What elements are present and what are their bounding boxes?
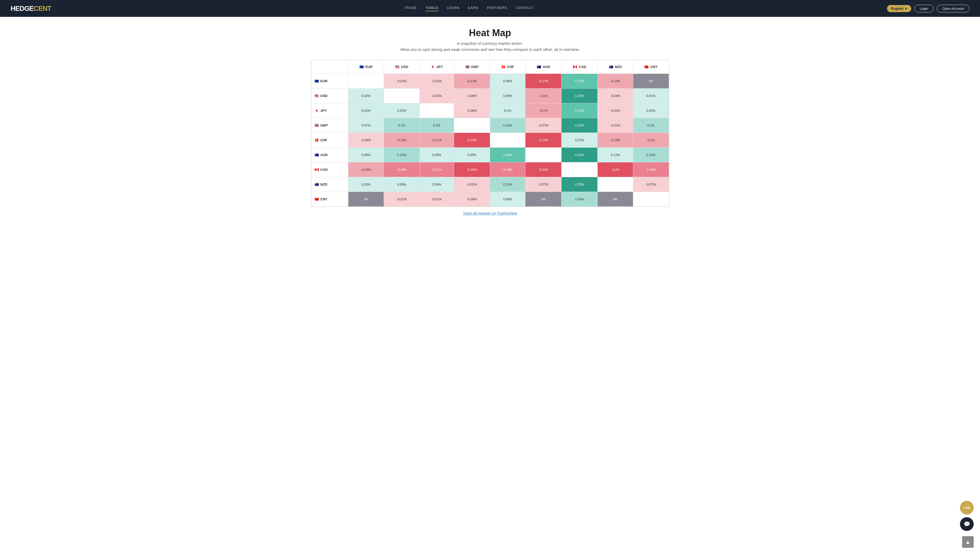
language-label: English: [891, 6, 904, 11]
cell-cad-chf: -0.16%: [490, 163, 525, 177]
cell-cad-usd: -0.18%: [384, 163, 420, 177]
cad-row-flag: 🇨🇦: [315, 168, 319, 172]
logo[interactable]: HEDGECENT: [11, 5, 51, 13]
cell-aud-nzd: 0.12%: [598, 148, 633, 163]
table-row: 🇨🇦CAD-0.15%-0.18%-0.21%-0.29%-0.16%-0.32…: [311, 163, 669, 177]
eur-flag: 🇪🇺: [360, 65, 364, 69]
jpy-row-label: JPY: [320, 108, 327, 113]
table-row: 🇳🇿NZD0.03%0.09%0.04%-0.01%0.12%-0.07%0.3…: [311, 177, 669, 192]
gbp-label: GBP: [471, 65, 479, 69]
cell-usd-usd: [384, 89, 420, 103]
cell-cny-cad: 0.16%: [562, 192, 598, 207]
cell-cny-gbp: -0.09%: [454, 192, 490, 207]
logo-gold: CENT: [33, 5, 51, 13]
row-header-jpy: 🇯🇵JPY: [311, 103, 348, 118]
row-header-usd: 🇺🇸USD: [311, 89, 348, 103]
usd-row-label: USD: [320, 94, 328, 98]
page-subtitle: A snapshot of currency market action.: [311, 41, 669, 46]
cell-jpy-cad: 0.17%: [562, 103, 598, 118]
cell-jpy-eur: 0.02%: [348, 103, 384, 118]
cell-usd-cny: 0.01%: [633, 89, 669, 103]
cell-chf-cad: 0.07%: [562, 133, 598, 148]
login-button[interactable]: Login: [915, 5, 934, 13]
cell-cad-cad: [562, 163, 598, 177]
cell-jpy-aud: -0.1%: [525, 103, 562, 118]
row-header-gbp: 🇬🇧GBP: [311, 118, 348, 133]
header-cny: 🇨🇳 CNY: [633, 60, 669, 74]
cell-nzd-chf: 0.12%: [490, 177, 525, 192]
cell-aud-gbp: 0.05%: [454, 148, 490, 163]
nzd-row-label: NZD: [320, 182, 328, 187]
row-header-cad: 🇨🇦CAD: [311, 163, 348, 177]
cell-nzd-cny: -0.07%: [633, 177, 669, 192]
track-link[interactable]: Track all markets on TradingView: [311, 211, 669, 215]
cell-gbp-cny: 0.1%: [633, 118, 669, 133]
logo-white: HEDGE: [11, 5, 33, 13]
nzd-flag: 🇳🇿: [609, 65, 613, 69]
usd-label: USD: [401, 65, 408, 69]
eur-row-flag: 🇪🇺: [315, 79, 319, 83]
cell-gbp-chf: 0.15%: [490, 118, 525, 133]
cell-eur-nzd: -0.13%: [598, 74, 633, 89]
chf-label: CHF: [507, 65, 514, 69]
cell-aud-chf: 0.28%: [490, 148, 525, 163]
cell-nzd-gbp: -0.01%: [454, 177, 490, 192]
cell-chf-usd: -0.13%: [384, 133, 420, 148]
language-button[interactable]: English ▾: [887, 5, 911, 12]
cell-jpy-nzd: -0.03%: [598, 103, 633, 118]
nav-learn[interactable]: LEARN: [447, 6, 459, 11]
header-chf: 🇨🇭 CHF: [490, 60, 525, 74]
cell-usd-chf: 0.06%: [490, 89, 525, 103]
cad-row-label: CAD: [320, 168, 328, 172]
cell-usd-cad: 0.19%: [562, 89, 598, 103]
nav-partners[interactable]: PARTNERS: [487, 6, 508, 11]
cell-aud-jpy: 0.05%: [420, 148, 454, 163]
cad-flag: 🇨🇦: [573, 65, 577, 69]
cell-eur-cad: 0.17%: [562, 74, 598, 89]
nav-links: TRADE TOOLS LEARN EARN PARTNERS CONTACT: [404, 6, 534, 11]
nav-right: English ▾ Login Open Account: [887, 5, 969, 13]
cell-eur-eur: [348, 74, 384, 89]
row-header-chf: 🇨🇭CHF: [311, 133, 348, 148]
table-row: 🇨🇳CNY0%-0.01%-0.01%-0.09%0.08%0%0.16%0%: [311, 192, 669, 207]
cny-label: CNY: [650, 65, 657, 69]
chf-row-label: CHF: [320, 138, 328, 142]
chf-flag: 🇨🇭: [501, 65, 506, 69]
header-aud: 🇦🇺 AUD: [525, 60, 562, 74]
cell-nzd-jpy: 0.04%: [420, 177, 454, 192]
cell-cny-usd: -0.01%: [384, 192, 420, 207]
jpy-row-flag: 🇯🇵: [315, 108, 319, 113]
row-header-aud: 🇦🇺AUD: [311, 148, 348, 163]
cell-cad-nzd: -0.2%: [598, 163, 633, 177]
open-account-button[interactable]: Open Account: [937, 5, 969, 13]
row-header-eur: 🇪🇺EUR: [311, 74, 348, 89]
table-row: 🇪🇺EUR-0.03%-0.02%-0.12%0.08%-0.17%0.17%-…: [311, 74, 669, 89]
cell-cny-jpy: -0.01%: [420, 192, 454, 207]
header-cad: 🇨🇦 CAD: [562, 60, 598, 74]
header-empty: [311, 60, 348, 74]
nav-earn[interactable]: EARN: [468, 6, 479, 11]
nav-trade[interactable]: TRADE: [404, 6, 417, 11]
header-gbp: 🇬🇧 GBP: [454, 60, 490, 74]
cell-gbp-aud: -0.07%: [525, 118, 562, 133]
page-title: Heat Map: [311, 27, 669, 38]
nav-contact[interactable]: CONTACT: [516, 6, 534, 11]
cell-gbp-cad: 0.23%: [562, 118, 598, 133]
table-row: 🇯🇵JPY0.02%0.02%-0.08%0.1%-0.1%0.17%-0.03…: [311, 103, 669, 118]
cell-nzd-nzd: [598, 177, 633, 192]
table-row: 🇺🇸USD0.02%-0.03%-0.08%0.06%-0.1%0.19%-0.…: [311, 89, 669, 103]
cell-eur-gbp: -0.12%: [454, 74, 490, 89]
cell-jpy-chf: 0.1%: [490, 103, 525, 118]
nav-tools[interactable]: TOOLS: [426, 6, 439, 11]
cell-aud-eur: 0.09%: [348, 148, 384, 163]
cell-jpy-jpy: [420, 103, 454, 118]
table-header-row: 🇪🇺 EUR 🇺🇸 USD 🇯🇵 JPY: [311, 60, 669, 74]
usd-row-flag: 🇺🇸: [315, 94, 319, 98]
cell-usd-aud: -0.1%: [525, 89, 562, 103]
table-row: 🇦🇺AUD0.09%0.15%0.05%0.05%0.28%0.34%0.12%…: [311, 148, 669, 163]
cell-cny-aud: 0%: [525, 192, 562, 207]
cell-jpy-cny: 0.02%: [633, 103, 669, 118]
aud-label: AUD: [542, 65, 550, 69]
header-nzd: 🇳🇿 NZD: [598, 60, 633, 74]
cell-nzd-usd: 0.09%: [384, 177, 420, 192]
